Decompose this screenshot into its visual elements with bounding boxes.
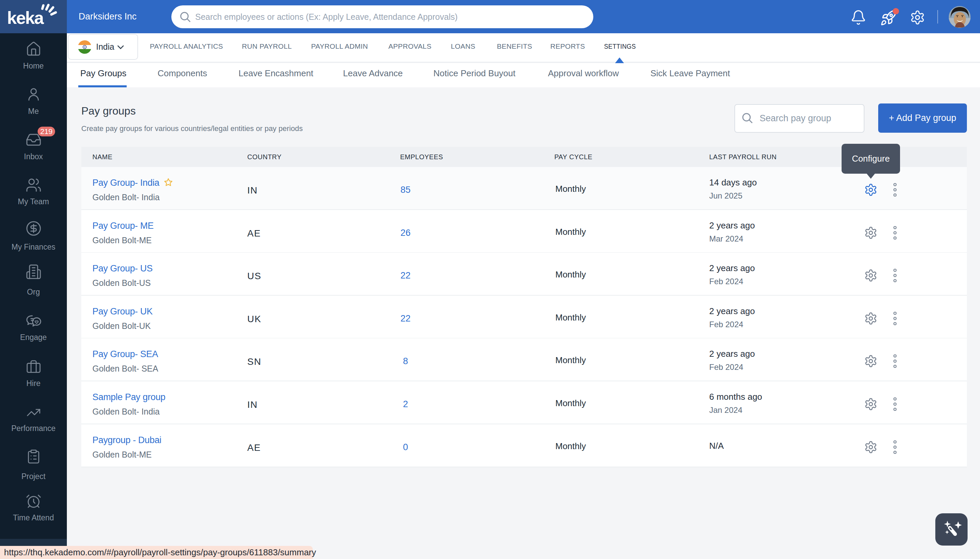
svg-text:keka: keka [7,8,45,28]
